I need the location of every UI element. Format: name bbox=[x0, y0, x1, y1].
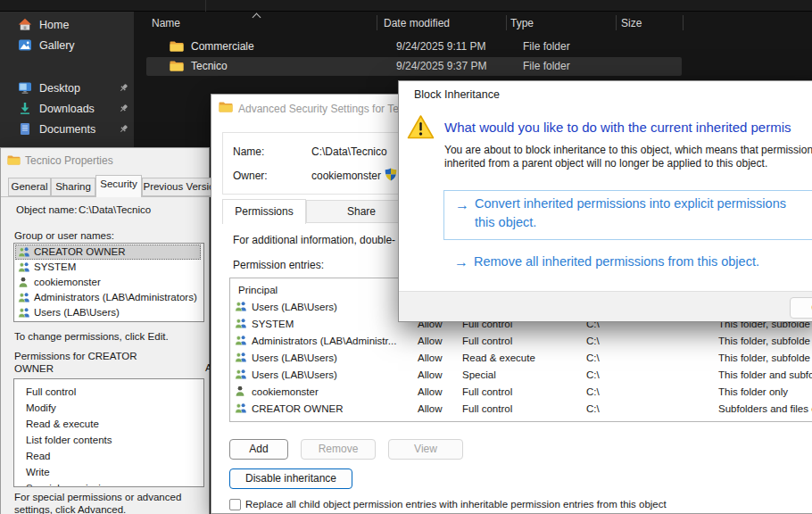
commandlink-line2: this object. bbox=[475, 215, 536, 229]
file-name: Commerciale bbox=[191, 40, 254, 53]
entry-type: Allow bbox=[418, 386, 442, 397]
column-header-size[interactable]: Size bbox=[621, 17, 642, 29]
group-icon bbox=[235, 352, 247, 362]
column-header-name[interactable]: Name bbox=[152, 17, 180, 29]
entry-principal: Users (LAB\Users) bbox=[252, 352, 337, 363]
disable-inheritance-button[interactable]: Disable inheritance bbox=[229, 468, 352, 489]
group-icon bbox=[18, 261, 30, 272]
entry-access: Special bbox=[462, 369, 496, 380]
group-icon bbox=[18, 307, 30, 318]
permission-entry-row[interactable]: cookiemonster Allow Full control C:\ Thi… bbox=[230, 384, 812, 401]
remove-button[interactable]: Remove bbox=[301, 439, 376, 460]
tab-general[interactable]: General bbox=[8, 178, 51, 196]
permissions-for-label: Permissions for CREATOR OWNER bbox=[14, 350, 148, 375]
entry-applies-to: This folder, subfolde bbox=[718, 336, 810, 346]
permission-entry-row[interactable]: CREATOR OWNER Allow Full control C:\ Sub… bbox=[230, 401, 812, 418]
entry-type: Allow bbox=[418, 352, 442, 363]
group-icon bbox=[235, 335, 247, 345]
permissions-listbox[interactable]: Full control Modify Read & execute List … bbox=[13, 378, 204, 487]
permission-item: Read & execute bbox=[26, 419, 99, 429]
group-list-label: Group or user names: bbox=[14, 230, 114, 241]
remove-permissions-commandlink[interactable]: → Remove all inherited permissions from … bbox=[443, 253, 812, 274]
documents-icon bbox=[18, 122, 32, 137]
permission-item: Full control bbox=[26, 386, 76, 397]
group-item-users[interactable]: Users (LAB\Users) bbox=[15, 305, 201, 320]
replace-permissions-checkbox[interactable] bbox=[229, 499, 241, 510]
permission-item: Special permissions bbox=[26, 483, 117, 487]
permission-entry-row[interactable]: Users (LAB\Users) Allow Special C:\ This… bbox=[230, 367, 812, 384]
sidebar-item-documents[interactable]: Documents bbox=[0, 120, 134, 139]
group-item-cookiemonster[interactable]: cookiemonster bbox=[15, 275, 201, 290]
group-item-label: SYSTEM bbox=[34, 261, 76, 272]
sidebar-item-label: Documents bbox=[39, 123, 95, 136]
group-icon bbox=[18, 292, 30, 303]
file-list-header: Name Date modified Type Size bbox=[134, 12, 812, 33]
file-type: File folder bbox=[523, 60, 570, 72]
downloads-icon bbox=[18, 102, 32, 116]
sort-ascending-icon bbox=[253, 12, 261, 20]
cancel-button[interactable]: Cancel bbox=[790, 297, 812, 319]
tab-permissions[interactable]: Permissions bbox=[222, 199, 306, 224]
group-icon bbox=[18, 246, 30, 257]
permission-entry-row[interactable]: Administrators (LAB\Administr... Allow F… bbox=[230, 333, 812, 350]
pin-icon bbox=[119, 124, 128, 134]
dialog-title: Tecnico Properties bbox=[25, 154, 113, 167]
column-divider[interactable] bbox=[616, 15, 617, 30]
tab-security[interactable]: Security bbox=[95, 175, 142, 197]
entry-principal: CREATOR OWNER bbox=[252, 403, 343, 414]
folder-icon bbox=[170, 60, 184, 71]
file-row-tecnico[interactable]: Tecnico 9/24/2025 9:37 PM File folder bbox=[146, 57, 812, 76]
entry-applies-to: This folder and subfo bbox=[718, 369, 812, 380]
sidebar-item-downloads[interactable]: Downloads bbox=[0, 99, 134, 119]
tab-sharing[interactable]: Sharing bbox=[51, 178, 95, 196]
principal-header[interactable]: Principal bbox=[238, 285, 278, 295]
entry-access: Full control bbox=[462, 403, 512, 414]
group-item-administrators[interactable]: Administrators (LAB\Administrators) bbox=[15, 290, 201, 305]
column-header-date[interactable]: Date modified bbox=[384, 17, 450, 29]
gallery-icon bbox=[18, 38, 32, 53]
convert-permissions-commandlink[interactable]: → Convert inherited permissions into exp… bbox=[443, 190, 812, 240]
column-divider[interactable] bbox=[506, 15, 507, 30]
user-icon bbox=[18, 277, 29, 287]
column-divider[interactable] bbox=[683, 15, 684, 30]
group-user-listbox[interactable]: CREATOR OWNER SYSTEM cookiemonster Admin… bbox=[13, 243, 204, 322]
dialog-title: Block Inheritance bbox=[414, 88, 500, 101]
home-icon bbox=[18, 18, 32, 32]
permission-item: Modify bbox=[26, 402, 56, 413]
sidebar-item-home[interactable]: Home bbox=[0, 15, 134, 35]
desktop-icon bbox=[18, 81, 32, 95]
group-item-creator-owner[interactable]: CREATOR OWNER bbox=[15, 245, 201, 260]
additional-info-text: For additional information, double- bbox=[233, 234, 395, 246]
column-divider[interactable] bbox=[377, 15, 377, 30]
owner-value: cookiemonster bbox=[311, 170, 381, 182]
name-label: Name: bbox=[233, 145, 264, 158]
entry-principal: cookiemonster bbox=[252, 386, 319, 397]
permission-entry-row[interactable]: Users (LAB\Users) Allow Read & execute C… bbox=[230, 350, 812, 367]
entry-type: Allow bbox=[418, 369, 442, 380]
group-item-label: cookiemonster bbox=[34, 277, 101, 287]
sidebar-item-gallery[interactable]: Gallery bbox=[0, 36, 134, 55]
block-inheritance-dialog: Block Inheritance What would you like to… bbox=[398, 80, 812, 322]
group-item-system[interactable]: SYSTEM bbox=[15, 260, 201, 275]
entry-inherited-from: C:\ bbox=[586, 403, 600, 414]
sidebar-item-desktop[interactable]: Desktop bbox=[0, 79, 134, 98]
view-button[interactable]: View bbox=[388, 439, 463, 460]
replace-permissions-label: Replace all child object permission entr… bbox=[245, 499, 667, 510]
file-date: 9/24/2025 9:11 PM bbox=[396, 40, 486, 53]
entry-principal: Administrators (LAB\Administr... bbox=[252, 336, 396, 346]
folder-icon bbox=[7, 154, 21, 165]
file-row-commerciale[interactable]: Commerciale 9/24/2025 9:11 PM File folde… bbox=[146, 37, 812, 56]
entry-type: Allow bbox=[418, 336, 442, 346]
entry-inherited-from: C:\ bbox=[586, 369, 600, 380]
main-instruction: What would you like to do with the curre… bbox=[444, 120, 791, 135]
group-item-label: CREATOR OWNER bbox=[34, 246, 125, 257]
entry-applies-to: This folder only bbox=[718, 386, 788, 397]
add-button[interactable]: Add bbox=[229, 439, 288, 460]
advanced-hint: For special permissions or advanced sett… bbox=[14, 491, 203, 514]
column-header-type[interactable]: Type bbox=[510, 17, 534, 29]
arrow-icon: → bbox=[454, 254, 468, 270]
pin-icon bbox=[119, 104, 128, 113]
entry-inherited-from: C:\ bbox=[586, 386, 600, 397]
properties-dialog: Tecnico Properties General Sharing Secur… bbox=[0, 147, 210, 514]
permission-entries-label: Permission entries: bbox=[233, 259, 324, 271]
